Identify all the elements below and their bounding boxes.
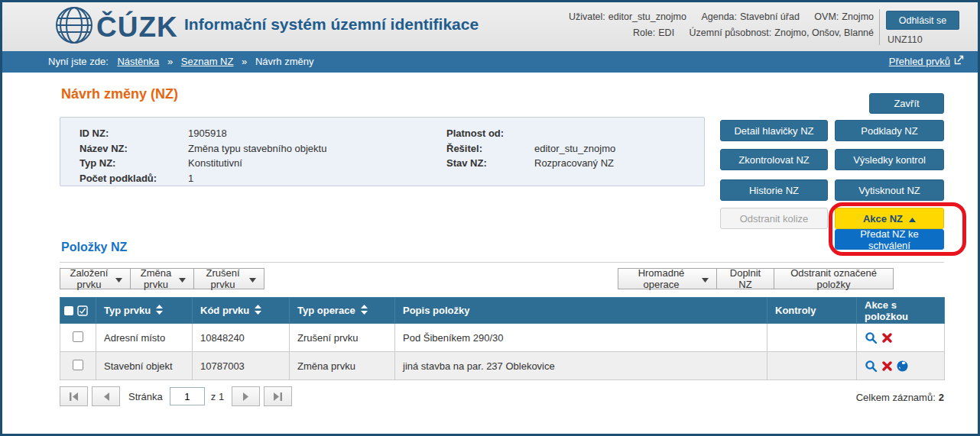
odstranit-oznacene-polozky-button[interactable]: Odstranit označené položky xyxy=(774,268,894,289)
page-number-input[interactable] xyxy=(170,387,205,405)
user-info-line-1: Uživatel:editor_stu_znojmo Agenda:Staveb… xyxy=(557,9,874,25)
cell-kontroly xyxy=(767,352,857,380)
nz-summary-right-column: Platnost od: Řešitel:editor_stu_znojmo S… xyxy=(446,126,615,171)
akce-nz-menu-button[interactable]: Akce NZ xyxy=(835,208,944,229)
column-label: Kód prvku xyxy=(200,305,249,316)
row-actions xyxy=(865,360,936,373)
page-title: Návrh změny (NZ) xyxy=(61,86,178,102)
row-checkbox[interactable] xyxy=(73,331,83,342)
vytisknout-nz-button[interactable]: Vytisknout NZ xyxy=(835,179,944,201)
column-header-typ-prvku[interactable]: Typ prvku xyxy=(96,298,193,324)
stav-nz-value: Rozpracovaný NZ xyxy=(534,156,614,171)
breadcrumb-link-nastenka[interactable]: Nástěnka xyxy=(117,56,159,67)
id-nz-label: ID NZ: xyxy=(80,126,188,141)
zalozeni-prvku-label: Založení prvku xyxy=(68,267,110,290)
cell-typ-operace: Zrušení prvku xyxy=(290,324,395,352)
cell-kod-prvku: 10848240 xyxy=(193,324,290,352)
detail-hlavicky-nz-button[interactable]: Detail hlavičky NZ xyxy=(720,120,828,141)
predat-nz-ke-schvaleni-menu-item[interactable]: Předat NZ ke schválení xyxy=(835,229,944,250)
close-button[interactable]: Zavřít xyxy=(869,93,944,114)
delete-x-icon[interactable] xyxy=(882,361,892,371)
vysledky-kontrol-button[interactable]: Výsledky kontrol xyxy=(835,149,944,170)
logo-text: ČÚZK xyxy=(96,13,178,41)
items-section-heading: Položky NZ xyxy=(61,241,127,254)
resitel-value: editor_stu_znojmo xyxy=(534,141,615,157)
map-globe-icon[interactable] xyxy=(897,360,908,372)
zmena-prvku-menu-button[interactable]: Změna prvku xyxy=(130,268,194,289)
header-divider xyxy=(879,9,880,45)
section-divider xyxy=(60,262,944,263)
cell-popis-polozky: Pod Šibeníkem 290/30 xyxy=(395,324,767,352)
scope-label: Územní působnost: xyxy=(690,27,772,38)
last-page-button[interactable] xyxy=(264,386,292,406)
cell-typ-prvku: Stavební objekt xyxy=(96,352,193,380)
hromadne-operace-menu-button[interactable]: Hromadné operace xyxy=(618,268,717,289)
zkontrolovat-nz-button[interactable]: Zkontrolovat NZ xyxy=(720,149,828,170)
podklady-nz-button[interactable]: Podklady NZ xyxy=(835,120,944,141)
nazev-nz-value: Změna typu stavebního objektu xyxy=(188,141,326,157)
globe-icon xyxy=(54,5,94,48)
column-header-kod-prvku[interactable]: Kód prvku xyxy=(193,298,290,324)
chevron-down-icon xyxy=(115,273,122,285)
search-icon[interactable] xyxy=(865,331,878,344)
stav-nz-label: Stav NZ: xyxy=(446,156,534,171)
breadcrumb-prefix: Nyní jste zde: xyxy=(48,56,109,67)
sort-icon xyxy=(156,305,163,317)
column-header-kontroly[interactable]: Kontroly xyxy=(767,298,857,324)
prev-page-button[interactable] xyxy=(92,386,120,406)
first-page-button[interactable] xyxy=(60,386,88,406)
agenda-value: Stavební úřad xyxy=(740,11,800,22)
chevron-down-icon xyxy=(702,273,709,285)
pocet-podkladu-label: Počet podkladů: xyxy=(80,171,188,186)
column-label: Typ prvku xyxy=(104,305,151,316)
delete-x-icon[interactable] xyxy=(882,333,892,343)
sort-icon xyxy=(255,305,261,317)
zalozeni-prvku-menu-button[interactable]: Založení prvku xyxy=(60,268,131,289)
zruseni-prvku-menu-button[interactable]: Zrušení prvku xyxy=(193,268,264,289)
cell-kontroly xyxy=(767,324,857,352)
column-header-akce-s-polozkou[interactable]: Akce s položkou xyxy=(857,298,945,324)
breadcrumb-bar: Nyní jste zde: Nástěnka » Seznam NZ » Ná… xyxy=(2,51,978,73)
resitel-label: Řešitel: xyxy=(446,141,534,157)
total-records-value: 2 xyxy=(939,392,944,403)
next-page-button[interactable] xyxy=(232,386,260,406)
platnost-od-label: Platnost od: xyxy=(446,126,534,141)
hromadne-operace-label: Hromadné operace xyxy=(626,267,696,290)
scope-value: Znojmo, Onšov, Blanné xyxy=(774,27,874,38)
table-header-row: Typ prvku Kód prvku Typ operace Popis po… xyxy=(60,298,945,324)
app-window: ČÚZK Informační systém územní identifika… xyxy=(0,0,980,436)
column-header-typ-operace[interactable]: Typ operace xyxy=(290,298,395,324)
zruseni-prvku-label: Zrušení prvku xyxy=(202,267,244,290)
breadcrumb-current: Návrh změny xyxy=(255,56,314,67)
cuzk-logo: ČÚZK xyxy=(54,6,178,47)
deselect-all-icon[interactable] xyxy=(77,305,88,316)
search-icon[interactable] xyxy=(865,360,878,373)
breadcrumb-separator: » xyxy=(167,56,173,67)
app-header: ČÚZK Informační systém územní identifika… xyxy=(2,2,978,51)
select-all-header-cell xyxy=(60,298,96,324)
items-table: Typ prvku Kód prvku Typ operace Popis po… xyxy=(60,297,945,380)
cell-typ-prvku: Adresní místo xyxy=(96,324,193,352)
row-actions xyxy=(865,331,936,344)
column-header-popis-polozky[interactable]: Popis položky xyxy=(395,298,767,324)
chevron-down-icon xyxy=(179,273,186,285)
ovm-value: Znojmo xyxy=(842,11,874,22)
column-label: Typ operace xyxy=(297,305,355,316)
overview-of-elements-link[interactable]: Přehled prvků xyxy=(889,51,964,73)
row-checkbox[interactable] xyxy=(73,360,83,370)
doplnit-nz-button[interactable]: Doplnit NZ xyxy=(716,268,774,289)
nz-summary-box: ID NZ:1905918 Název NZ:Změna typu staveb… xyxy=(60,117,705,186)
cell-kod-prvku: 10787003 xyxy=(193,352,290,380)
historie-nz-button[interactable]: Historie NZ xyxy=(720,179,828,201)
cell-popis-polozky: jiná stavba na par. 237 Oblekovice xyxy=(395,352,767,380)
breadcrumb: Nyní jste zde: Nástěnka » Seznam NZ » Ná… xyxy=(48,56,314,67)
breadcrumb-separator: » xyxy=(242,56,247,67)
zmena-prvku-label: Změna prvku xyxy=(138,267,174,290)
select-all-icon[interactable] xyxy=(64,306,73,315)
app-title: Informační systém územní identifikace xyxy=(184,15,479,34)
total-records: Celkem záznamů:2 xyxy=(856,392,944,403)
role-value: EDI xyxy=(658,27,674,38)
ovm-label: OVM: xyxy=(814,11,839,22)
breadcrumb-link-seznam-nz[interactable]: Seznam NZ xyxy=(181,56,234,67)
logout-button[interactable]: Odhlásit se xyxy=(886,11,959,30)
